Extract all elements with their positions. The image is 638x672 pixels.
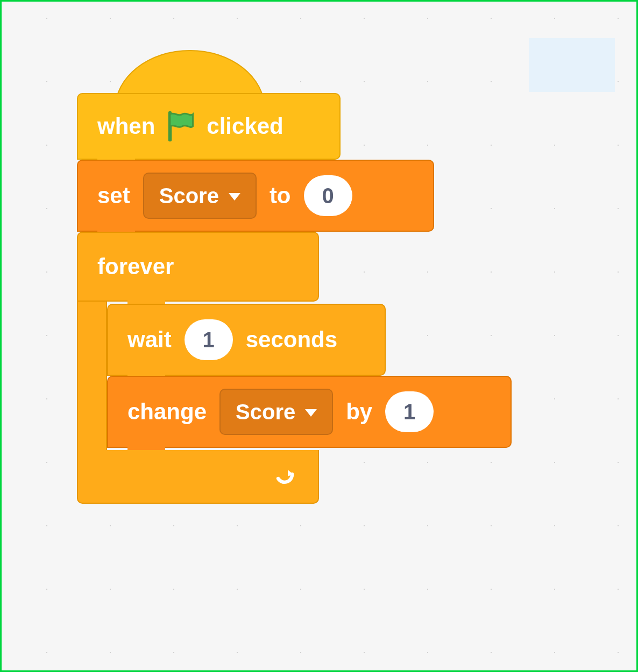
when-green-flag-clicked-block[interactable]: when clicked <box>77 50 512 160</box>
forever-label: forever <box>97 254 174 280</box>
variable-dropdown[interactable]: Score <box>143 173 257 219</box>
to-label: to <box>270 183 291 209</box>
by-label: by <box>346 399 372 425</box>
forever-arm <box>77 302 107 450</box>
value-input[interactable]: 1 <box>385 391 434 432</box>
value-input-text: 0 <box>322 184 334 208</box>
chevron-down-icon <box>305 409 317 417</box>
hat-text-before: when <box>97 113 155 139</box>
hat-text-after: clicked <box>207 113 283 139</box>
chevron-down-icon <box>229 193 240 201</box>
seconds-label: seconds <box>246 327 337 353</box>
wait-label: wait <box>127 327 172 353</box>
forever-top: forever <box>77 232 319 302</box>
set-label: set <box>97 183 130 209</box>
variable-dropdown-label: Score <box>236 400 295 424</box>
green-flag-icon <box>165 110 197 142</box>
forever-body: wait 1 seconds change Score <box>77 302 512 450</box>
value-input[interactable]: 0 <box>304 175 352 216</box>
loop-arrow-icon <box>273 463 299 489</box>
value-input-text: 1 <box>403 400 415 424</box>
change-variable-block[interactable]: change Score by 1 <box>107 376 512 448</box>
hat-body: when clicked <box>77 93 341 160</box>
variable-dropdown-label: Score <box>159 184 219 208</box>
forever-inner-slot[interactable]: wait 1 seconds change Score <box>107 302 512 450</box>
forever-bottom <box>77 450 319 504</box>
seconds-input[interactable]: 1 <box>185 319 233 360</box>
selection-highlight <box>529 38 615 92</box>
editor-frame: when clicked set Score to <box>0 0 638 672</box>
scripts-canvas[interactable]: when clicked set Score to <box>2 2 636 670</box>
forever-block[interactable]: forever wait 1 seconds <box>77 232 512 504</box>
wait-block[interactable]: wait 1 seconds <box>107 304 386 376</box>
set-variable-block[interactable]: set Score to 0 <box>77 160 434 232</box>
variable-dropdown[interactable]: Score <box>219 389 333 435</box>
seconds-input-text: 1 <box>203 328 215 352</box>
change-label: change <box>127 399 207 425</box>
script-stack[interactable]: when clicked set Score to <box>77 50 512 504</box>
